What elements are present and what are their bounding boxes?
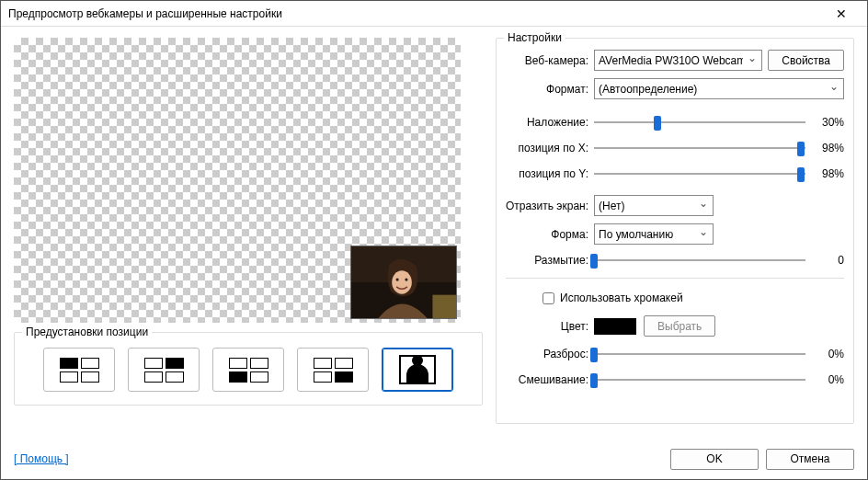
close-icon[interactable]: ✕ [823, 6, 860, 21]
format-label: Формат: [506, 83, 594, 96]
svg-point-3 [392, 270, 412, 293]
titlebar: Предпросмотр вебкамеры и расширенные нас… [1, 1, 867, 27]
help-link[interactable]: [ Помощь ] [14, 452, 69, 465]
blur-slider[interactable] [594, 252, 805, 269]
settings-legend: Настройки [504, 31, 565, 44]
chroma-checkbox[interactable] [542, 292, 554, 304]
blend-slider[interactable] [594, 371, 805, 388]
shape-label: Форма: [506, 228, 594, 241]
posx-label: позиция по X: [506, 142, 594, 154]
blend-label: Смешивание: [506, 373, 594, 386]
ok-button[interactable]: OK [670, 449, 759, 470]
posy-label: позиция по Y: [506, 167, 594, 180]
spread-label: Разброс: [506, 348, 594, 360]
webcam-label: Веб-камера: [506, 54, 594, 67]
overlay-slider[interactable] [594, 114, 805, 131]
svg-point-5 [405, 279, 407, 281]
presets-legend: Предустановки позиции [22, 326, 152, 338]
format-select[interactable]: (Автоопределение) [594, 78, 844, 99]
posy-slider[interactable] [594, 166, 805, 182]
mirror-select[interactable]: (Нет) [594, 195, 714, 216]
spread-value: 0% [813, 348, 844, 360]
blend-value: 0% [813, 373, 844, 386]
blur-value: 0 [813, 254, 844, 267]
webcam-overlay-image [350, 246, 457, 319]
properties-button[interactable]: Свойства [768, 50, 844, 71]
divider [506, 278, 844, 279]
cancel-button[interactable]: Отмена [766, 449, 854, 470]
spread-slider[interactable] [594, 346, 805, 362]
mirror-label: Отразить экран: [506, 200, 594, 212]
pick-color-button[interactable]: Выбрать [644, 315, 715, 337]
posx-slider[interactable] [594, 140, 805, 156]
preset-top-right[interactable] [128, 348, 200, 392]
preset-fullscreen[interactable] [382, 348, 453, 392]
shape-select[interactable]: По умолчанию [594, 223, 714, 245]
preset-bottom-right[interactable] [297, 348, 369, 392]
chroma-label: Использовать хромакей [560, 291, 683, 304]
color-swatch[interactable] [594, 318, 636, 335]
posx-value: 98% [813, 142, 844, 154]
overlay-label: Наложение: [506, 116, 594, 129]
overlay-value: 30% [813, 116, 844, 129]
blur-label: Размытие: [506, 254, 594, 267]
color-label: Цвет: [506, 320, 594, 333]
preset-top-left[interactable] [43, 348, 115, 392]
window-title: Предпросмотр вебкамеры и расширенные нас… [8, 7, 823, 20]
svg-rect-6 [432, 295, 456, 318]
preset-bottom-left[interactable] [212, 348, 284, 392]
svg-point-4 [396, 279, 399, 281]
posy-value: 98% [813, 167, 844, 180]
webcam-select[interactable]: AVerMedia PW310O Webcam [594, 50, 762, 71]
webcam-preview [14, 38, 461, 323]
